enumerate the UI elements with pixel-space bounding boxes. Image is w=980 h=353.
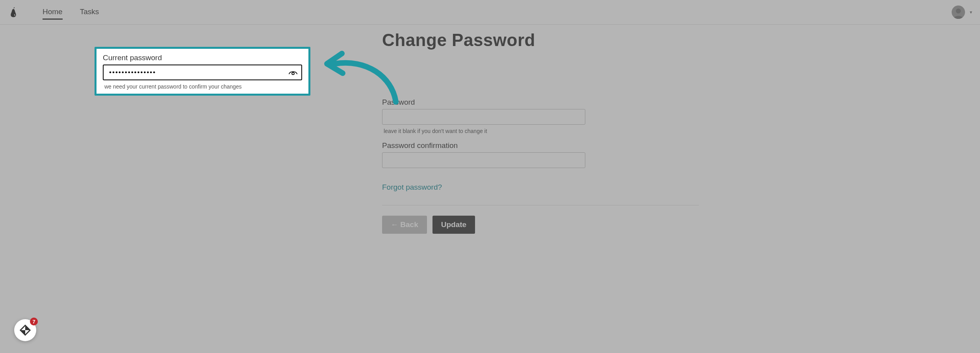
forgot-password-link[interactable]: Forgot password?: [382, 183, 442, 192]
svg-point-1: [292, 72, 294, 75]
password-helper: leave it blank if you don't want to chan…: [384, 128, 699, 134]
highlight-current-password: Current password we need your current pa…: [95, 47, 310, 96]
password-confirmation-field-block: Password confirmation: [382, 141, 699, 168]
current-password-placeholder: [382, 55, 699, 98]
back-button[interactable]: ← Back: [382, 216, 427, 234]
update-button[interactable]: Update: [432, 216, 475, 234]
help-widget-icon: [19, 324, 31, 336]
chevron-down-icon[interactable]: ▾: [970, 9, 972, 15]
nav-links: Home Tasks: [43, 5, 99, 20]
svg-point-0: [956, 9, 961, 14]
pear-icon: [9, 7, 17, 18]
nav-link-home[interactable]: Home: [43, 5, 63, 20]
current-password-label: Current password: [103, 54, 302, 62]
password-field-block: Password leave it blank if you don't wan…: [382, 98, 699, 134]
toggle-password-visibility-button[interactable]: [289, 68, 297, 77]
password-input[interactable]: [382, 109, 585, 125]
avatar-icon: [952, 7, 964, 19]
help-widget[interactable]: 7: [14, 319, 36, 341]
nav-right: ▾: [952, 6, 972, 19]
app-logo[interactable]: [8, 4, 19, 20]
page-title: Change Password: [382, 30, 699, 50]
password-confirmation-input[interactable]: [382, 152, 585, 168]
password-confirmation-label: Password confirmation: [382, 141, 699, 150]
divider: [382, 205, 699, 205]
button-row: ← Back Update: [382, 216, 699, 234]
nav-link-tasks[interactable]: Tasks: [80, 5, 99, 20]
eye-icon: [289, 69, 297, 76]
password-label: Password: [382, 98, 699, 107]
main-content: Change Password Password leave it blank …: [281, 25, 699, 250]
user-avatar[interactable]: [952, 6, 965, 19]
top-nav: Home Tasks ▾: [0, 0, 980, 25]
help-widget-badge: 7: [30, 318, 38, 325]
current-password-input[interactable]: [103, 65, 302, 80]
current-password-helper: we need your current password to confirm…: [104, 83, 302, 90]
